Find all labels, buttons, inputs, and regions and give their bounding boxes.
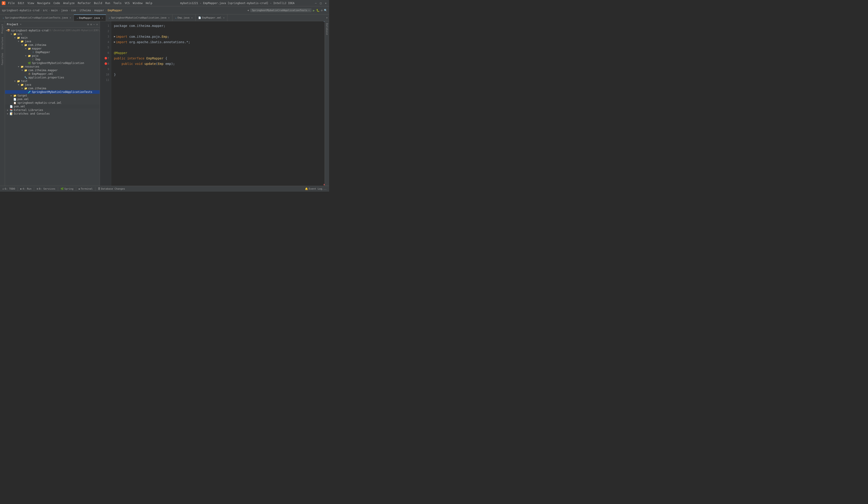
status-event-log[interactable]: 🔔 Event Log...	[304, 187, 327, 190]
xml-file-icon: 🗒	[28, 72, 31, 75]
menu-edit[interactable]: Edit	[17, 1, 26, 5]
tree-item-root[interactable]: ▼ 📦 springboot-mybatis-crud D:\Desktop\资…	[5, 29, 100, 32]
debug-button[interactable]: 🐛	[316, 9, 320, 12]
tree-item-spring-app[interactable]: ▶ 🌿 SpringbootMybatisCrudApplication	[5, 61, 100, 65]
tab-springboot-tests[interactable]: ☕ SpringbootMybatisCrudApplicationTests.…	[0, 14, 74, 21]
tree-item-main[interactable]: ▼ 📁 main	[5, 36, 100, 40]
tree-item-emp[interactable]: ▶ C Emp	[5, 58, 100, 61]
status-terminal[interactable]: ▬ Terminal	[78, 187, 94, 190]
database-label: Database	[326, 23, 329, 35]
project-close-icon[interactable]: —	[93, 23, 95, 26]
run-button[interactable]: ▶	[313, 9, 315, 12]
code-line-4: ▶ import org.apache.ibatis.annotations.*…	[114, 39, 319, 45]
tab-empmapper-close-icon[interactable]: ✕	[102, 17, 103, 19]
tree-item-scratches[interactable]: ▶ 📝 Scratches and Consoles	[5, 112, 100, 115]
project-minimize-icon[interactable]: ✕	[96, 23, 98, 26]
status-services[interactable]: ⚙ 8: Services	[36, 187, 56, 190]
sidebar-item-favorites[interactable]: Favorites	[1, 52, 4, 66]
line-num-10: 10	[106, 72, 109, 77]
run-config-dropdown-icon[interactable]: ▾	[308, 9, 310, 12]
breadcrumb-com[interactable]: com	[71, 9, 76, 12]
project-settings-icon[interactable]: ⚙	[87, 23, 89, 26]
tab-app-close-icon[interactable]: ✕	[168, 17, 169, 19]
breadcrumb-itheima[interactable]: itheima	[80, 9, 91, 12]
tree-item-target[interactable]: ▶ 📁 target	[5, 94, 100, 97]
tree-item-tests-class[interactable]: ▶ 🧪 SpringbootMybatisCrudApplicationTest…	[5, 90, 100, 94]
status-todo[interactable]: ☑ 6: TODO	[2, 187, 16, 190]
tree-item-java[interactable]: ▼ 📁 java	[5, 40, 100, 43]
menu-window[interactable]: Window	[131, 1, 144, 5]
sidebar-item-structure[interactable]: Structure	[1, 36, 4, 50]
tree-item-ext-libs[interactable]: ▶ 📚 External Libraries	[5, 108, 100, 112]
window-title: mybatis1221 - EmpMapper.java [springboot…	[161, 2, 314, 5]
props-icon: 🔧	[24, 76, 28, 79]
database-sidebar[interactable]: Database	[324, 21, 329, 186]
tree-item-mapper-folder[interactable]: ▼ 📁 mapper	[5, 47, 100, 50]
minimize-button[interactable]: —	[314, 2, 317, 5]
right-gutter	[321, 21, 324, 186]
menu-tools[interactable]: Tools	[112, 1, 123, 5]
tree-item-test-com[interactable]: ▼ 📁 com.itheima	[5, 86, 100, 90]
tree-item-root-pom[interactable]: ▶ 📄 pom.xml	[5, 105, 100, 108]
tree-item-app-props[interactable]: ▶ 🔧 application.properties	[5, 76, 100, 79]
tab-emp[interactable]: ☕ Emp.java ✕	[173, 14, 196, 21]
menu-refactor[interactable]: Refactor	[76, 1, 92, 5]
status-spring[interactable]: 🌿 Spring	[60, 187, 74, 190]
tree-item-iml[interactable]: ▶ 📋 springboot-mybatis-crud.iml	[5, 101, 100, 105]
settings-toolbar-icon[interactable]: ⚙	[321, 9, 322, 12]
code-content[interactable]: package com.itheima.mapper; ▶ import com…	[111, 21, 321, 186]
tab-emp-close-icon[interactable]: ✕	[191, 17, 193, 19]
menu-build[interactable]: Build	[93, 1, 104, 5]
line-num-9: 9	[107, 66, 109, 72]
menu-code[interactable]: Code	[52, 1, 61, 5]
tab-empmapper-xml[interactable]: 📄 EmpMapper.xml ✕	[196, 14, 227, 21]
pom-icon: 📄	[13, 97, 17, 101]
menu-run[interactable]: Run	[104, 1, 112, 5]
breadcrumb-src[interactable]: src	[43, 9, 48, 12]
tabs-more-button[interactable]: ▾	[324, 16, 329, 19]
tab-close-icon[interactable]: ✕	[70, 17, 71, 19]
menu-help[interactable]: Help	[144, 1, 154, 5]
breadcrumb-java[interactable]: java	[61, 9, 68, 12]
run-config[interactable]: SpringbootMybatisCrudApplicationTests ▾	[250, 8, 312, 12]
tree-item-src[interactable]: ▼ 📁 src	[5, 32, 100, 36]
search-toolbar-icon[interactable]: 🔍	[324, 9, 327, 12]
menu-file[interactable]: File	[7, 1, 16, 5]
menu-view[interactable]: View	[26, 1, 35, 5]
status-db-changes[interactable]: 🗄 Database Changes	[97, 187, 126, 190]
scratches-icon: 📝	[10, 112, 13, 115]
tab-springboot-app[interactable]: ☕ SpringbootMybatisCrudApplication.java …	[106, 14, 173, 21]
close-button[interactable]: ✕	[324, 2, 327, 5]
title-bar: I File Edit View Navigate Code Analyze R…	[0, 0, 329, 6]
tab-empmapper[interactable]: ☕ EmpMapper.java ✕	[74, 14, 106, 21]
menu-navigate[interactable]: Navigate	[36, 1, 52, 5]
tree-item-pojo[interactable]: ▼ 📁 pojo	[5, 54, 100, 58]
tree-item-empmapper[interactable]: ▶ Ⅰ EmpMapper	[5, 50, 100, 54]
folder-src-icon: 📁	[13, 32, 17, 36]
status-bar: ☑ 6: TODO ▶ 4: Run ⚙ 8: Services 🌿 Sprin…	[0, 186, 329, 192]
breadcrumb-empmapper[interactable]: EmpMapper	[107, 9, 122, 12]
tree-item-res-mapper[interactable]: ▼ 📁 com.itheima.mapper	[5, 69, 100, 72]
breadcrumb-mapper[interactable]: mapper	[94, 9, 104, 12]
sidebar-item-project[interactable]: Project	[1, 23, 4, 34]
tree-item-empmapper-xml[interactable]: ▶ 🗒 EmpMapper.xml	[5, 72, 100, 76]
tree-item-test[interactable]: ▼ 📁 test	[5, 79, 100, 83]
tree-item-test-java[interactable]: ▼ 📁 java	[5, 83, 100, 86]
nav-back-icon[interactable]: ◀	[247, 9, 249, 12]
breadcrumb-project[interactable]: springboot-mybatis-crud	[2, 9, 39, 12]
fold-icon-3: ▶	[114, 34, 115, 39]
code-editor: 1 2 3 4 5 6 🔴7 🔴8 9 10 11 package com.it…	[100, 21, 324, 186]
project-collapse-icon[interactable]: ≡	[90, 23, 92, 26]
tab-xml-close-icon[interactable]: ✕	[223, 17, 225, 19]
status-run[interactable]: ▶ 4: Run	[20, 187, 32, 190]
tree-item-com-itheima[interactable]: ▼ 📁 com.itheima	[5, 43, 100, 47]
menu-analyze[interactable]: Analyze	[62, 1, 76, 5]
breadcrumb-main[interactable]: main	[51, 9, 58, 12]
line-num-1: 1	[107, 23, 109, 29]
app-icon: I	[2, 1, 6, 5]
menu-vcs[interactable]: VCS	[123, 1, 131, 5]
tree-item-resources[interactable]: ▼ 📁 resources	[5, 65, 100, 69]
run-status-icon: ▶	[20, 187, 22, 190]
tree-item-pom[interactable]: ▶ 📄 pom.xml	[5, 97, 100, 101]
maximize-button[interactable]: □	[319, 2, 322, 5]
